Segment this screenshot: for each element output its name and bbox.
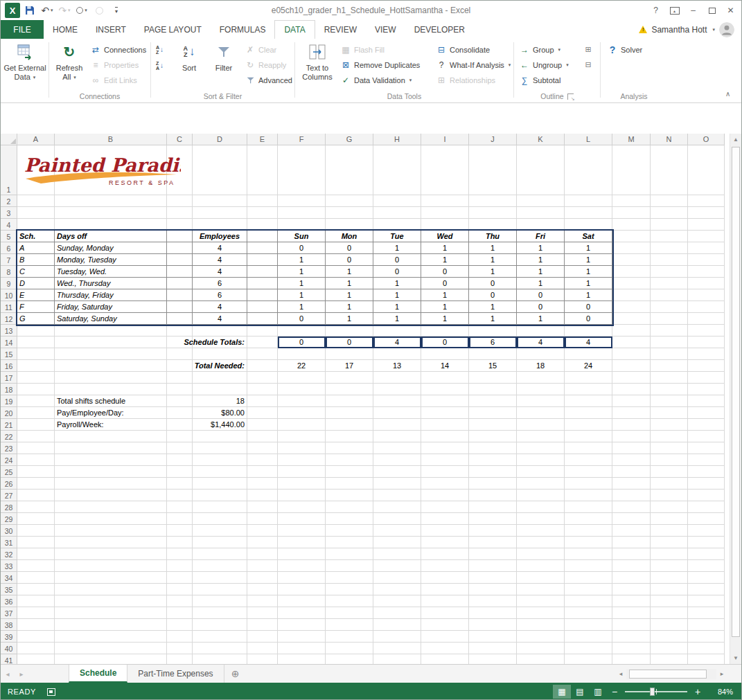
cell-I39[interactable]: [421, 631, 469, 643]
cell-D24[interactable]: [193, 454, 247, 466]
cell-N41[interactable]: [651, 654, 688, 664]
cell-D20[interactable]: $80.00: [193, 407, 247, 419]
cell-G31[interactable]: [326, 537, 373, 548]
cell-L28[interactable]: [565, 501, 612, 513]
cell-B33[interactable]: [55, 560, 167, 572]
cell-D8[interactable]: 4: [193, 266, 247, 278]
cell-H28[interactable]: [373, 501, 421, 513]
cell-L3[interactable]: [565, 207, 612, 219]
cell-K38[interactable]: [517, 619, 565, 631]
column-header-I[interactable]: I: [421, 134, 469, 145]
cell-C23[interactable]: [167, 442, 193, 454]
cell-B31[interactable]: [55, 537, 167, 548]
row-header-27[interactable]: 27: [1, 490, 17, 501]
cell-N1[interactable]: [651, 145, 688, 195]
cell-C29[interactable]: [167, 513, 193, 525]
cell-A24[interactable]: [17, 454, 55, 466]
cell-D21[interactable]: $1,440.00: [193, 419, 247, 431]
cell-H27[interactable]: [373, 490, 421, 501]
cell-O12[interactable]: [688, 313, 725, 325]
cell-A15[interactable]: [17, 348, 55, 360]
undo-button[interactable]: ↶▾: [39, 3, 55, 18]
row-header-3[interactable]: 3: [1, 207, 17, 219]
cell-M41[interactable]: [612, 654, 651, 664]
cell-L35[interactable]: [565, 584, 612, 595]
column-header-C[interactable]: C: [167, 134, 193, 145]
cell-L14[interactable]: 4: [565, 336, 612, 348]
cell-K2[interactable]: [517, 195, 565, 207]
cell-L23[interactable]: [565, 442, 612, 454]
cell-B29[interactable]: [55, 513, 167, 525]
cell-O9[interactable]: [688, 278, 725, 289]
row-header-34[interactable]: 34: [1, 572, 17, 584]
cell-I16[interactable]: 14: [421, 360, 469, 372]
cell-E37[interactable]: [247, 607, 278, 619]
cell-I32[interactable]: [421, 548, 469, 560]
row-header-39[interactable]: 39: [1, 631, 17, 643]
cell-D18[interactable]: [193, 384, 247, 395]
cell-F24[interactable]: [278, 454, 326, 466]
cell-C15[interactable]: [167, 348, 193, 360]
row-header-35[interactable]: 35: [1, 584, 17, 595]
row-header-8[interactable]: 8: [1, 266, 17, 278]
cell-I18[interactable]: [421, 384, 469, 395]
cell-C38[interactable]: [167, 619, 193, 631]
cell-J28[interactable]: [469, 501, 517, 513]
cell-C22[interactable]: [167, 431, 193, 442]
cell-F23[interactable]: [278, 442, 326, 454]
tab-view[interactable]: VIEW: [366, 20, 405, 39]
cell-N10[interactable]: [651, 289, 688, 301]
cell-N30[interactable]: [651, 525, 688, 537]
cell-A3[interactable]: [17, 207, 55, 219]
column-header-D[interactable]: D: [193, 134, 247, 145]
cell-J13[interactable]: [469, 325, 517, 336]
row-header-41[interactable]: 41: [1, 654, 17, 664]
cell-M35[interactable]: [612, 584, 651, 595]
cell-H3[interactable]: [373, 207, 421, 219]
cell-D2[interactable]: [193, 195, 247, 207]
cell-N32[interactable]: [651, 548, 688, 560]
cell-I2[interactable]: [421, 195, 469, 207]
cell-A18[interactable]: [17, 384, 55, 395]
cell-B16[interactable]: [55, 360, 167, 372]
zoom-out-button[interactable]: −: [607, 686, 622, 697]
cell-L8[interactable]: 1: [565, 266, 612, 278]
cell-L10[interactable]: 1: [565, 289, 612, 301]
cell-C7[interactable]: [167, 254, 193, 266]
scroll-right-button[interactable]: ▸: [716, 670, 727, 677]
row-header-37[interactable]: 37: [1, 607, 17, 619]
column-header-L[interactable]: L: [565, 134, 612, 145]
cell-K19[interactable]: [517, 395, 565, 407]
cell-F13[interactable]: [278, 325, 326, 336]
cell-A11[interactable]: F: [17, 301, 55, 313]
cell-N24[interactable]: [651, 454, 688, 466]
column-header-O[interactable]: O: [688, 134, 725, 145]
cell-M21[interactable]: [612, 419, 651, 431]
cell-G34[interactable]: [326, 572, 373, 584]
cell-E39[interactable]: [247, 631, 278, 643]
cell-L34[interactable]: [565, 572, 612, 584]
filter-button[interactable]: Filter: [208, 40, 240, 73]
cell-A28[interactable]: [17, 501, 55, 513]
cell-N29[interactable]: [651, 513, 688, 525]
cell-M16[interactable]: [612, 360, 651, 372]
cell-J7[interactable]: 1: [469, 254, 517, 266]
cell-D14[interactable]: Schedule Totals:: [193, 336, 247, 348]
cell-A38[interactable]: [17, 619, 55, 631]
cell-I35[interactable]: [421, 584, 469, 595]
cell-O2[interactable]: [688, 195, 725, 207]
cell-A19[interactable]: [17, 395, 55, 407]
cell-J24[interactable]: [469, 454, 517, 466]
cell-D13[interactable]: [193, 325, 247, 336]
row-header-18[interactable]: 18: [1, 384, 17, 395]
cell-G27[interactable]: [326, 490, 373, 501]
cell-E19[interactable]: [247, 395, 278, 407]
cell-H1[interactable]: [373, 145, 421, 195]
cell-K21[interactable]: [517, 419, 565, 431]
scroll-up-button[interactable]: ▲: [730, 134, 741, 145]
tab-file[interactable]: FILE: [1, 20, 44, 39]
cell-H17[interactable]: [373, 372, 421, 384]
cell-G39[interactable]: [326, 631, 373, 643]
tab-insert[interactable]: INSERT: [87, 20, 135, 39]
cell-G40[interactable]: [326, 643, 373, 654]
